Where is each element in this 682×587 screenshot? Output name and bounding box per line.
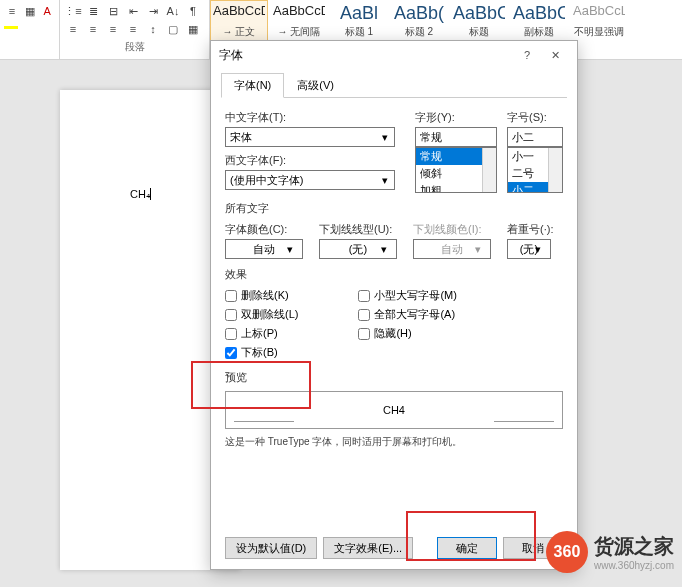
check-hidden[interactable]: 隐藏(H) xyxy=(358,326,457,341)
effects-label: 效果 xyxy=(225,267,563,282)
preview-text: CH4 xyxy=(383,404,405,416)
btn-text-effects[interactable]: 文字效果(E)... xyxy=(323,537,413,559)
chevron-down-icon: ▾ xyxy=(381,243,395,256)
spacing-icon[interactable]: ↕ xyxy=(144,20,162,38)
style-normal[interactable]: AaBbCcDc→ 正文 xyxy=(210,0,268,44)
dialog-titlebar: 字体 ? ✕ xyxy=(211,41,577,69)
style-subtle[interactable]: AaBbCcL不明显强调 xyxy=(570,0,628,44)
multilevel-icon[interactable]: ⊟ xyxy=(104,2,122,20)
document-text: CH₄ xyxy=(130,180,151,203)
style-heading2[interactable]: AaBb(标题 2 xyxy=(390,0,448,44)
tab-font[interactable]: 字体(N) xyxy=(221,73,284,98)
cn-font-combo[interactable]: 宋体▾ xyxy=(225,127,395,147)
chevron-down-icon: ▾ xyxy=(475,243,489,256)
cn-font-label: 中文字体(T): xyxy=(225,110,405,125)
emphasis-label: 着重号(·): xyxy=(507,222,553,237)
font-color-combo[interactable]: 自动▾ xyxy=(225,239,303,259)
close-icon[interactable]: ✕ xyxy=(541,43,569,67)
bullets-icon[interactable]: ⋮≡ xyxy=(64,2,82,20)
check-super[interactable]: 上标(P) xyxy=(225,326,298,341)
check-allcaps[interactable]: 全部大写字母(A) xyxy=(358,307,457,322)
emphasis-combo[interactable]: (无)▾ xyxy=(507,239,551,259)
style-label: 字形(Y): xyxy=(415,110,497,125)
underline-color-label: 下划线颜色(I): xyxy=(413,222,491,237)
align-left-icon[interactable]: ≡ xyxy=(4,2,20,20)
chevron-down-icon: ▾ xyxy=(378,130,392,144)
check-dblstrike[interactable]: 双删除线(L) xyxy=(225,307,298,322)
tab-advanced[interactable]: 高级(V) xyxy=(284,73,347,98)
scrollbar[interactable] xyxy=(548,148,562,192)
preview-box: CH4 xyxy=(225,391,563,429)
highlight-icon[interactable] xyxy=(4,26,18,29)
font-color-label: 字体颜色(C): xyxy=(225,222,303,237)
watermark-logo: 360 货源之家 www.360hyzj.com xyxy=(546,531,674,573)
style-title[interactable]: AaBbC标题 xyxy=(450,0,508,44)
en-font-label: 西文字体(F): xyxy=(225,153,405,168)
numbering-icon[interactable]: ≣ xyxy=(84,2,102,20)
chevron-down-icon: ▾ xyxy=(287,243,301,256)
btn-ok[interactable]: 确定 xyxy=(437,537,497,559)
indent-right-icon[interactable]: ⇥ xyxy=(144,2,162,20)
help-icon[interactable]: ? xyxy=(513,43,541,67)
borders-icon[interactable]: ▦ xyxy=(184,20,202,38)
chevron-down-icon: ▾ xyxy=(378,173,392,187)
indent-left-icon[interactable]: ⇤ xyxy=(124,2,142,20)
en-font-combo[interactable]: (使用中文字体)▾ xyxy=(225,170,395,190)
dialog-tabs: 字体(N) 高级(V) xyxy=(221,73,567,98)
paragraph-marks-icon[interactable]: ¶ xyxy=(184,2,202,20)
font-dialog: 字体 ? ✕ 字体(N) 高级(V) 中文字体(T): 宋体▾ 西文字体(F):… xyxy=(210,40,578,570)
style-input[interactable]: 常规 xyxy=(415,127,497,147)
underline-combo[interactable]: (无)▾ xyxy=(319,239,397,259)
check-sub[interactable]: 下标(B) xyxy=(225,345,298,360)
paragraph-group-label: 段落 xyxy=(64,40,205,54)
logo-circle: 360 xyxy=(546,531,588,573)
preview-desc: 这是一种 TrueType 字体，同时适用于屏幕和打印机。 xyxy=(225,435,563,449)
sort-icon[interactable]: A↓ xyxy=(164,2,182,20)
logo-sub: www.360hyzj.com xyxy=(594,560,674,571)
underline-label: 下划线线型(U): xyxy=(319,222,397,237)
size-input[interactable]: 小二 xyxy=(507,127,563,147)
preview-label: 预览 xyxy=(225,370,563,385)
all-text-label: 所有文字 xyxy=(225,201,563,216)
shading-icon[interactable]: ▢ xyxy=(164,20,182,38)
style-subtitle[interactable]: AaBbC副标题 xyxy=(510,0,568,44)
underline-color-combo: 自动▾ xyxy=(413,239,491,259)
size-label: 字号(S): xyxy=(507,110,563,125)
check-strike[interactable]: 删除线(K) xyxy=(225,288,298,303)
chevron-down-icon: ▾ xyxy=(535,243,549,256)
btn-default[interactable]: 设为默认值(D) xyxy=(225,537,317,559)
align-right-icon[interactable]: ≡ xyxy=(104,20,122,38)
font-color-icon[interactable]: A xyxy=(39,2,55,20)
justify-icon[interactable]: ≡ xyxy=(124,20,142,38)
scrollbar[interactable] xyxy=(482,148,496,192)
size-listbox[interactable]: 小一 二号 小二 xyxy=(507,147,563,193)
style-nospacing[interactable]: AaBbCcDc→ 无间隔 xyxy=(270,0,328,44)
align-left2-icon[interactable]: ≡ xyxy=(64,20,82,38)
dialog-title: 字体 xyxy=(219,47,513,64)
border-icon[interactable]: ▦ xyxy=(22,2,38,20)
logo-main: 货源之家 xyxy=(594,533,674,560)
style-heading1[interactable]: AaBl标题 1 xyxy=(330,0,388,44)
style-listbox[interactable]: 常规 倾斜 加粗 xyxy=(415,147,497,193)
align-center-icon[interactable]: ≡ xyxy=(84,20,102,38)
check-smallcaps[interactable]: 小型大写字母(M) xyxy=(358,288,457,303)
